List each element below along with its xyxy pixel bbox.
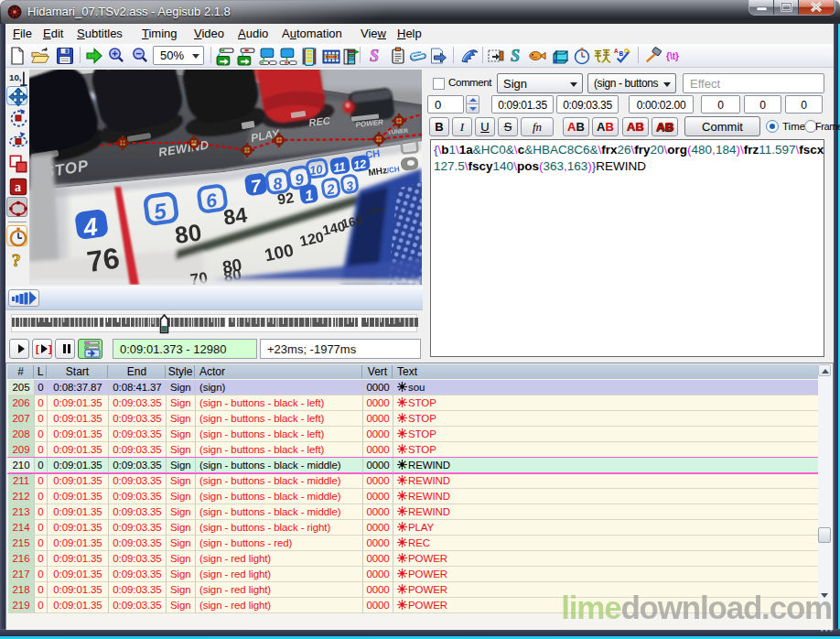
svg-text:S: S [370,47,379,65]
svg-text:92: 92 [276,190,295,207]
svg-text:CH: CH [365,147,381,160]
svg-text:S: S [511,47,520,65]
svg-text:A: A [614,48,619,54]
svg-text:12: 12 [352,157,367,172]
svg-text:76: 76 [85,242,122,279]
svg-text:[: [ [36,343,39,354]
svg-text:]: ] [48,343,52,354]
svg-text:10: 10 [308,162,324,178]
svg-text:84: 84 [222,202,249,229]
svg-text:a: a [15,180,21,194]
svg-text:{\t}: {\t} [666,51,679,61]
svg-text:B: B [619,50,623,57]
svg-text:11: 11 [332,159,346,175]
svg-text:10,: 10, [9,72,22,82]
svg-text:80: 80 [173,218,203,249]
svg-text:?: ? [12,250,21,269]
